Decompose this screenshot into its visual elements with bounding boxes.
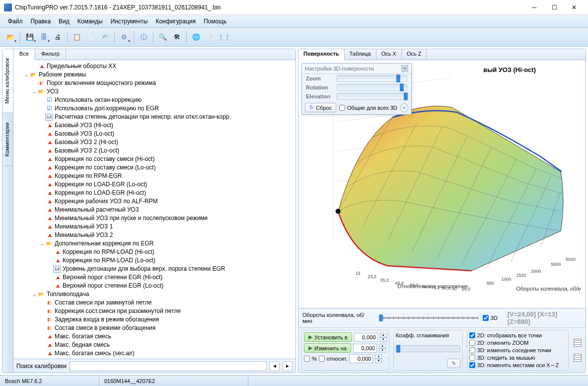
relative-checkbox[interactable]: относит. xyxy=(319,356,348,362)
calibration-tree[interactable]: Предельные обороты ХХ⌄📂Рабочие режимыПор… xyxy=(13,60,295,359)
tree-item[interactable]: Базовый УОЗ (Lo-oct) xyxy=(14,130,294,138)
tree-item[interactable]: ⌄📂Дополнительная коррекция по EGR xyxy=(14,239,294,248)
tree-item[interactable]: Коррекция сост.смеси при разомкнутой пет… xyxy=(14,307,294,315)
close-button[interactable]: ✕ xyxy=(564,0,584,14)
rpm-slider[interactable] xyxy=(379,314,478,322)
save-button[interactable]: 💾 xyxy=(23,31,36,44)
tree-item[interactable]: Коррекция по RPM-LOAD (Hi-oct) xyxy=(14,248,294,256)
tree-item[interactable]: Базовый УОЗ (Hi-oct) xyxy=(14,121,294,130)
tree-item[interactable]: ⌄📂УОЗ xyxy=(14,87,294,96)
saveall-button[interactable]: 🗄 xyxy=(37,31,50,44)
tree-item[interactable]: Верхний порог степени EGR (Lo-oct) xyxy=(14,282,294,290)
tree-item[interactable]: Макс. богатая смесь xyxy=(14,332,294,341)
percent-input[interactable] xyxy=(349,354,373,363)
tree-item[interactable]: Верхний порог степени EGR (Hi-oct) xyxy=(14,273,294,282)
globe-button[interactable]: 🌐 xyxy=(190,31,203,44)
tree-item[interactable]: Коррекция по RPM-EGR xyxy=(14,172,294,180)
elevation-slider[interactable] xyxy=(337,93,407,100)
tree-item[interactable]: Предельные обороты ХХ xyxy=(14,62,294,71)
tree-item[interactable]: Минимальный УОЗ при пуске и послепусково… xyxy=(14,214,294,223)
tab-axis-z[interactable]: Ось Z xyxy=(402,49,427,60)
tree-item[interactable]: Базовый УОЗ 2 (Hi-oct) xyxy=(14,138,294,147)
tree-item[interactable]: Коррекция по LOAD-EGR (Lo-oct) xyxy=(14,180,294,189)
tree-item[interactable]: Коррекция по составу смеси (Lo-oct) xyxy=(14,163,294,172)
tab-table[interactable]: Таблица xyxy=(345,49,376,60)
menu-config[interactable]: Конфигурация xyxy=(151,16,200,26)
tree-item[interactable]: 1.2Уровень детонации для выбора верх. по… xyxy=(14,265,294,273)
tree-toggle[interactable]: ⌄ xyxy=(31,290,37,299)
rotation-slider[interactable] xyxy=(337,84,407,91)
tab-axis-x[interactable]: Ось X xyxy=(376,49,402,60)
tools-button[interactable]: 🛠 xyxy=(170,31,183,44)
zoom-slider[interactable] xyxy=(337,75,407,82)
change-value-button[interactable]: ▶Изменить на xyxy=(304,343,351,353)
change-value-input[interactable] xyxy=(353,344,377,353)
drag-handle[interactable]: ⋮⋮ xyxy=(218,31,230,44)
undo-button[interactable]: ↶ xyxy=(98,31,111,44)
tree-item[interactable]: Минимальный УОЗ 1 xyxy=(14,223,294,231)
tab-surface[interactable]: Поверхность xyxy=(298,49,345,60)
tree-item[interactable]: Макс. бедная смесь xyxy=(14,341,294,349)
opt-3d-neighbors[interactable]: 3D: изменять соседние точки xyxy=(469,347,566,353)
menu-view[interactable]: Вид xyxy=(55,16,74,26)
tree-item[interactable]: Базовый УОЗ 2 (Lo-oct) xyxy=(14,147,294,155)
tree-item[interactable]: Порог включения мощностного режима xyxy=(14,79,294,87)
tree-item[interactable]: Состав смеси при замкнутой петле xyxy=(14,299,294,307)
grid-icon-2[interactable] xyxy=(574,354,582,362)
menu-help[interactable]: Помощь xyxy=(200,16,230,26)
tree-item[interactable]: ⌄📂Топливоподача xyxy=(14,290,294,299)
tree-item[interactable]: Минимальный расчетный УОЗ xyxy=(14,206,294,214)
tree-item[interactable]: 1.2Расчетная степень детонации при неисп… xyxy=(14,113,294,121)
tree-item[interactable]: Минимальный УОЗ 2 xyxy=(14,231,294,239)
maximize-button[interactable]: ☐ xyxy=(544,0,564,14)
vtab-calibrations[interactable]: Меню калибровок xyxy=(2,49,13,113)
opt-3d-followmouse[interactable]: 3D: следить за мышью xyxy=(469,355,566,361)
tree-item[interactable]: Коррекция по RPM-LOAD (Lo-oct) xyxy=(14,256,294,265)
menu-tools[interactable]: Инструменты xyxy=(107,16,152,26)
tree-item[interactable]: Коррекция рабочих УОЗ по ALF-RPM xyxy=(14,197,294,206)
tree-toggle[interactable]: ⌄ xyxy=(23,71,29,79)
shared-checkbox[interactable]: Общие для всех 3D xyxy=(339,105,397,111)
tree-item[interactable]: Состав смеси в режиме обогащения xyxy=(14,324,294,332)
menu-edit[interactable]: Правка xyxy=(27,16,55,26)
checkbox-3d[interactable]: 3D xyxy=(483,315,498,321)
percent-checkbox[interactable]: % xyxy=(304,356,317,362)
tree-item[interactable]: Коррекция по LOAD-EGR (Hi-oct) xyxy=(14,189,294,197)
tree-item[interactable]: Задержка входа в режим обогащения xyxy=(14,315,294,324)
search-input[interactable] xyxy=(70,361,267,371)
smooth-apply-button[interactable]: ✎ xyxy=(447,359,460,368)
search-next-button[interactable]: ► xyxy=(283,361,293,371)
chart-area[interactable]: вый УОЗ (Hi-oct) Настройки 3D-поверхност… xyxy=(298,60,586,308)
open-button[interactable]: 📂 xyxy=(4,31,17,44)
grid-icon-1[interactable] xyxy=(574,339,582,347)
minimize-button[interactable]: ─ xyxy=(524,0,544,14)
tree-toggle[interactable]: ⌄ xyxy=(31,87,37,96)
vtab-comments[interactable]: Комментарии xyxy=(2,113,13,166)
panel3d-close-button[interactable]: ✕ xyxy=(401,65,408,72)
opt-2d-allpoints[interactable]: 2D: отображать все точки xyxy=(469,332,566,338)
tree-item[interactable]: Использовать доп.коррекцию по EGR xyxy=(14,104,294,113)
paste-button[interactable]: 📄 xyxy=(84,31,97,44)
expand-button[interactable]: » xyxy=(400,103,408,112)
tab-filter[interactable]: Фильтр xyxy=(35,49,66,60)
opt-3d-swapaxes[interactable]: 3D: поменять местами оси X↔Z xyxy=(469,362,566,368)
set-value-input[interactable] xyxy=(354,333,378,342)
tree-item[interactable]: Использовать октан-коррекцию xyxy=(14,96,294,104)
set-value-stepper[interactable]: ▲▼ xyxy=(380,333,387,342)
smooth-slider[interactable] xyxy=(396,345,460,352)
help-button[interactable]: ❔ xyxy=(204,31,217,44)
search-button[interactable]: 🔍 xyxy=(156,31,169,44)
opt-2d-cancelzoom[interactable]: 2D: отменить ZOOM xyxy=(469,340,566,346)
tree-item[interactable]: Макс. богатая смесь (sec.air) xyxy=(14,349,294,358)
gear-button[interactable]: ⚙ xyxy=(118,31,131,44)
reset-button[interactable]: ↻Сброс xyxy=(305,103,336,112)
search-prev-button[interactable]: ◄ xyxy=(270,361,280,371)
tree-toggle[interactable]: ⌄ xyxy=(39,239,45,248)
menu-file[interactable]: Файл xyxy=(4,16,27,26)
print-button[interactable]: 🖨 xyxy=(51,31,64,44)
tab-all[interactable]: Все xyxy=(13,49,35,60)
change-value-stepper[interactable]: ▲▼ xyxy=(379,344,386,353)
tree-item[interactable]: Коррекция по составу смеси (Hi-oct) xyxy=(14,155,294,163)
info-button[interactable]: ⓘ xyxy=(137,31,150,44)
copy-button[interactable]: 📋 xyxy=(71,31,83,44)
